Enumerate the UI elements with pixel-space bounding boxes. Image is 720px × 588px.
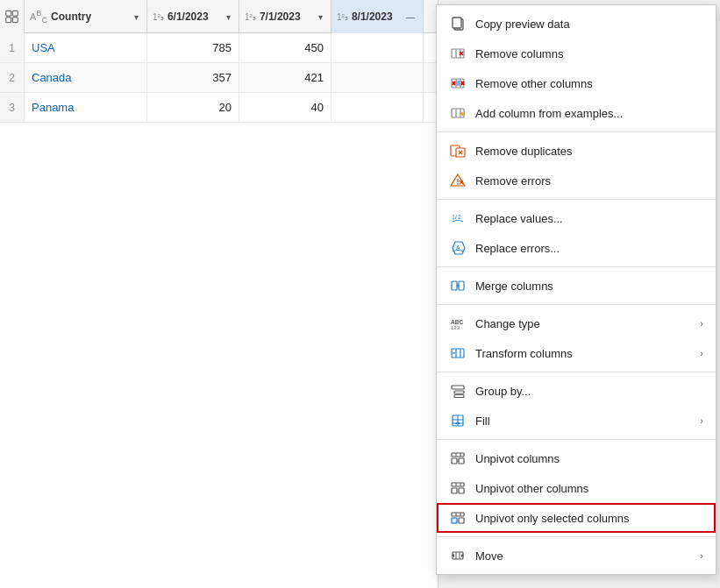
- svg-rect-2: [6, 18, 11, 23]
- cell-country-3: Panama: [25, 93, 147, 122]
- menu-item-merge-columns[interactable]: Merge columns: [437, 271, 716, 301]
- col-header-date1[interactable]: 1²₃ 6/1/2023 ▾: [147, 0, 239, 33]
- col-header-rownum: [0, 0, 25, 33]
- menu-divider-2: [437, 199, 716, 200]
- menu-move-label: Move: [475, 549, 691, 563]
- date1-dropdown-btn[interactable]: ▾: [224, 11, 233, 24]
- menu-remove-columns-label: Remove columns: [475, 47, 703, 60]
- menu-change-type-label: Change type: [475, 317, 691, 330]
- cell-val1-2: 357: [147, 63, 239, 92]
- table-row: 2 Canada 357 421: [0, 63, 438, 93]
- svg-rect-0: [6, 11, 11, 16]
- menu-item-group-by[interactable]: Group by...: [437, 376, 716, 406]
- table-body: 1 USA 785 450 2 Canada 357 421 3 Panama …: [0, 33, 438, 123]
- country-type-icon: ABC: [30, 9, 47, 25]
- table-header: ABC Country ▾ 1²₃ 6/1/2023 ▾ 1²₃ 7/1/202…: [0, 0, 438, 33]
- svg-rect-67: [459, 488, 464, 493]
- menu-item-change-type[interactable]: ABC 123 Change type ›: [437, 308, 716, 338]
- unpivot-sel-icon: [449, 509, 467, 527]
- replace-val-icon: 1 / 2: [449, 209, 467, 227]
- merge-col-icon: [449, 277, 467, 294]
- country-dropdown-btn[interactable]: ▾: [132, 11, 141, 24]
- col-date1-label: 6/1/2023: [168, 11, 209, 23]
- svg-rect-60: [452, 458, 457, 464]
- menu-item-remove-duplicates[interactable]: Remove duplicates: [437, 136, 716, 166]
- menu-item-move[interactable]: Move ›: [437, 541, 716, 570]
- menu-merge-columns-label: Merge columns: [475, 280, 703, 293]
- svg-rect-66: [452, 488, 457, 493]
- menu-item-remove-columns[interactable]: Remove columns: [437, 39, 716, 68]
- menu-divider-4: [437, 304, 716, 305]
- menu-item-fill[interactable]: Fill ›: [437, 406, 716, 436]
- svg-rect-68: [452, 513, 464, 516]
- cell-rownum-3: 3: [0, 93, 25, 122]
- change-type-icon: ABC 123: [449, 315, 467, 332]
- move-icon: [449, 547, 467, 564]
- date3-dropdown-btn[interactable]: —: [403, 11, 417, 24]
- date2-type-icon: 1²₃: [245, 12, 256, 22]
- context-menu: Copy preview data Remove columns: [436, 4, 716, 575]
- menu-replace-values-label: Replace values...: [475, 212, 703, 225]
- add-col-icon: [449, 104, 467, 122]
- menu-divider-5: [437, 372, 716, 372]
- col-country-label: Country: [51, 11, 91, 23]
- menu-item-remove-errors[interactable]: Remove errors: [437, 166, 716, 195]
- cell-rownum-2: 2: [0, 63, 25, 92]
- svg-rect-14: [457, 81, 460, 86]
- cell-val2-3: 40: [239, 93, 331, 122]
- menu-group-by-label: Group by...: [475, 385, 703, 398]
- transform-col-icon: [449, 344, 467, 362]
- table-row: 3 Panama 20 40: [0, 93, 438, 123]
- menu-transform-columns-label: Transform columns: [475, 347, 691, 360]
- date2-dropdown-btn[interactable]: ▾: [316, 11, 325, 24]
- col-date2-label: 7/1/2023: [260, 11, 301, 23]
- col-header-date2[interactable]: 1²₃ 7/1/2023 ▾: [239, 0, 331, 33]
- data-table: ABC Country ▾ 1²₃ 6/1/2023 ▾ 1²₃ 7/1/202…: [0, 0, 438, 588]
- menu-unpivot-other-columns-label: Unpivot other columns: [475, 482, 703, 495]
- col-header-date3[interactable]: 1²₃ 8/1/2023 —: [331, 0, 424, 33]
- svg-text:2: 2: [458, 214, 461, 220]
- svg-text:/: /: [455, 214, 457, 220]
- menu-item-unpivot-columns[interactable]: Unpivot columns: [437, 443, 716, 473]
- menu-replace-errors-label: Replace errors...: [475, 242, 703, 255]
- group-by-icon: [449, 382, 467, 400]
- date3-type-icon: 1²₃: [337, 12, 348, 22]
- svg-text:A: A: [456, 244, 460, 251]
- cell-val2-1: 450: [239, 33, 331, 62]
- svg-rect-71: [452, 518, 457, 523]
- cell-country-2: Canada: [25, 63, 147, 92]
- svg-rect-72: [459, 518, 464, 523]
- replace-err-icon: A: [449, 239, 467, 257]
- menu-item-replace-errors[interactable]: A Replace errors...: [437, 233, 716, 263]
- svg-rect-50: [454, 391, 464, 393]
- col-header-country[interactable]: ABC Country ▾: [25, 0, 147, 33]
- change-type-chevron: ›: [700, 318, 703, 329]
- svg-rect-3: [12, 18, 18, 23]
- svg-rect-49: [452, 386, 464, 389]
- menu-divider-1: [437, 131, 716, 132]
- menu-remove-other-columns-label: Remove other columns: [475, 77, 703, 90]
- menu-item-transform-columns[interactable]: Transform columns ›: [437, 338, 716, 368]
- cell-val1-3: 20: [147, 93, 239, 122]
- table-row: 1 USA 785 450: [0, 33, 438, 63]
- transform-columns-chevron: ›: [700, 348, 703, 358]
- menu-remove-errors-label: Remove errors: [475, 174, 703, 188]
- menu-divider-3: [437, 266, 716, 267]
- svg-rect-39: [459, 281, 464, 290]
- menu-item-remove-other-columns[interactable]: Remove other columns: [437, 68, 716, 98]
- menu-unpivot-selected-label: Unpivot only selected columns: [475, 512, 703, 525]
- menu-item-copy-preview[interactable]: Copy preview data: [437, 9, 716, 39]
- svg-rect-57: [452, 453, 464, 457]
- date1-type-icon: 1²₃: [153, 12, 164, 22]
- cell-val3-3: [331, 93, 424, 122]
- move-chevron: ›: [700, 550, 703, 561]
- menu-item-add-column-examples[interactable]: Add column from examples...: [437, 98, 716, 128]
- svg-point-30: [457, 183, 459, 185]
- menu-item-replace-values[interactable]: 1 / 2 Replace values...: [437, 203, 716, 233]
- menu-add-column-label: Add column from examples...: [475, 107, 703, 120]
- remove-other-col-icon: [449, 74, 467, 92]
- svg-text:123: 123: [451, 325, 460, 330]
- menu-item-unpivot-other-columns[interactable]: Unpivot other columns: [437, 473, 716, 503]
- menu-item-unpivot-selected[interactable]: Unpivot only selected columns: [437, 503, 716, 533]
- svg-rect-61: [459, 458, 464, 464]
